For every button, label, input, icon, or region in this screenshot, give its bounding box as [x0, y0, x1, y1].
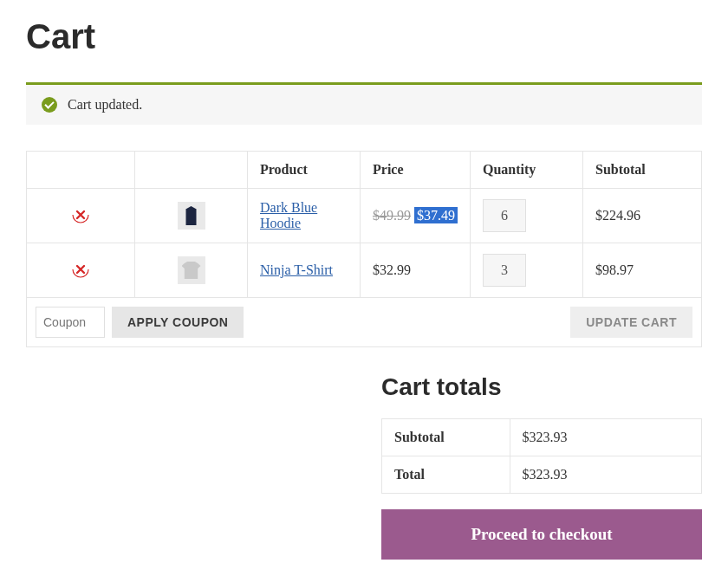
remove-x-icon	[71, 260, 90, 279]
original-price: $49.99	[373, 208, 411, 223]
total-label: Total	[382, 456, 510, 494]
table-row: Ninja T-Shirt $32.99 $98.97	[27, 243, 702, 298]
remove-item-button[interactable]	[70, 204, 91, 225]
cart-totals-title: Cart totals	[381, 373, 702, 401]
col-header-quantity: Quantity	[471, 152, 583, 189]
subtotal-label: Subtotal	[382, 419, 510, 456]
remove-item-button[interactable]	[70, 259, 91, 280]
proceed-to-checkout-button[interactable]: Proceed to checkout	[381, 509, 702, 560]
price-cell: $32.99	[361, 243, 471, 298]
cart-table: Product Price Quantity Subtotal Dark Blu…	[26, 151, 702, 347]
price-cell: $49.99$37.49	[361, 189, 471, 243]
product-thumbnail[interactable]	[178, 256, 205, 284]
line-subtotal: $224.96	[583, 189, 702, 243]
col-header-subtotal: Subtotal	[583, 152, 702, 189]
apply-coupon-button[interactable]: APPLY COUPON	[112, 307, 244, 338]
quantity-input[interactable]	[483, 254, 526, 287]
sale-price: $37.49	[414, 207, 458, 223]
cart-actions-row: APPLY COUPON UPDATE CART	[27, 298, 702, 347]
col-header-price: Price	[361, 152, 471, 189]
product-thumbnail[interactable]	[178, 202, 205, 230]
product-link[interactable]: Ninja T-Shirt	[260, 262, 333, 278]
notice-message: Cart updated.	[68, 97, 142, 113]
table-row: Dark Blue Hoodie $49.99$37.49 $224.96	[27, 189, 702, 243]
cart-totals-table: Subtotal $323.93 Total $323.93	[381, 418, 702, 494]
line-subtotal: $98.97	[583, 243, 702, 298]
coupon-input[interactable]	[36, 307, 105, 338]
update-cart-button[interactable]: UPDATE CART	[570, 307, 692, 338]
col-header-thumb	[135, 152, 248, 189]
total-value: $323.93	[510, 456, 701, 494]
cart-notice: Cart updated.	[26, 82, 702, 125]
product-link[interactable]: Dark Blue Hoodie	[260, 200, 317, 231]
quantity-input[interactable]	[483, 199, 526, 232]
success-check-icon	[42, 97, 57, 113]
cart-totals-section: Cart totals Subtotal $323.93 Total $323.…	[381, 373, 702, 560]
col-header-remove	[27, 152, 135, 189]
col-header-product: Product	[248, 152, 361, 189]
page-title: Cart	[26, 17, 702, 56]
subtotal-value: $323.93	[510, 419, 701, 456]
remove-x-icon	[71, 205, 90, 224]
